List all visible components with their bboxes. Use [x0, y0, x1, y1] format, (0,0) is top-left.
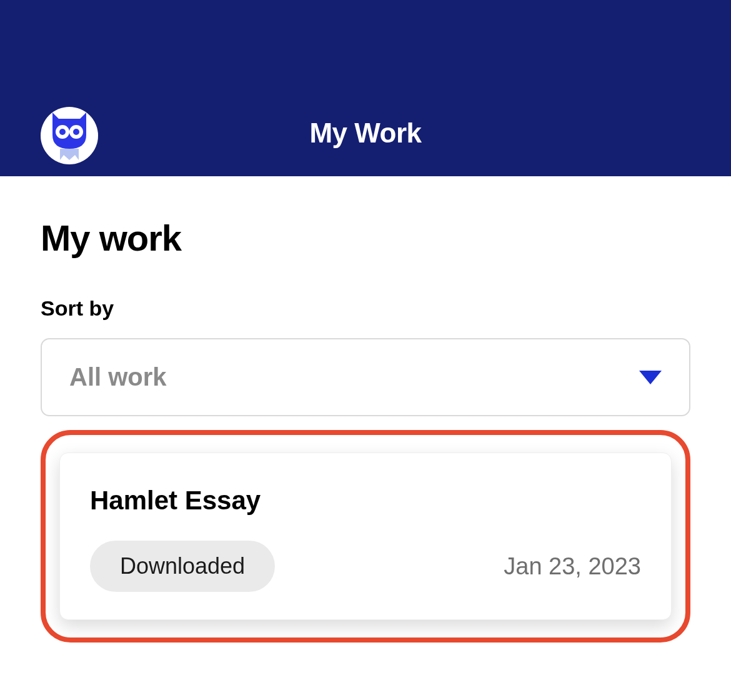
header-title: My Work — [0, 118, 731, 149]
avatar[interactable] — [41, 107, 98, 164]
svg-point-2 — [59, 129, 66, 135]
highlight-annotation: Hamlet Essay Downloaded Jan 23, 2023 — [41, 430, 690, 642]
owl-mascot-icon — [45, 111, 94, 160]
sort-select[interactable]: All work — [41, 338, 690, 416]
work-item-meta: Downloaded Jan 23, 2023 — [90, 541, 641, 592]
status-badge: Downloaded — [90, 541, 275, 592]
sort-select-value: All work — [69, 363, 167, 391]
work-item-date: Jan 23, 2023 — [504, 553, 641, 580]
sort-by-label: Sort by — [41, 296, 690, 321]
header-bar: My Work — [0, 0, 731, 176]
page-title: My work — [41, 217, 690, 259]
main-content: My work Sort by All work Hamlet Essay Do… — [0, 176, 731, 642]
svg-point-3 — [73, 129, 79, 135]
work-item-card[interactable]: Hamlet Essay Downloaded Jan 23, 2023 — [59, 452, 672, 620]
chevron-down-icon — [639, 371, 662, 384]
work-item-title: Hamlet Essay — [90, 486, 641, 516]
